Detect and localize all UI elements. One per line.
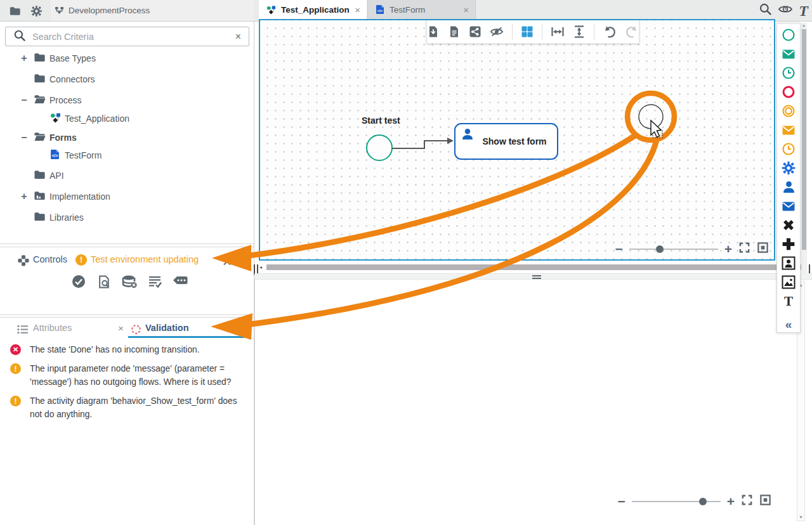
zoom-out-button[interactable]: − (615, 242, 622, 256)
document-search-button[interactable] (96, 273, 112, 290)
tags-button[interactable] (172, 273, 188, 290)
canvas-horizontal-scrollbar[interactable]: ◂ (259, 264, 806, 271)
fit-height-button[interactable] (573, 25, 586, 39)
chevron-up-icon[interactable] (223, 257, 231, 268)
zoom-slider-knob[interactable] (656, 245, 664, 253)
database-reset-button[interactable] (121, 273, 138, 290)
clear-search-icon[interactable]: × (235, 31, 241, 42)
grid-toggle-button[interactable] (521, 25, 534, 39)
log-list-button[interactable] (147, 273, 163, 290)
export-file-button[interactable] (427, 25, 440, 39)
zoom-slider[interactable] (632, 501, 721, 502)
start-event-circle-icon[interactable] (779, 25, 798, 44)
collapse-icon[interactable]: − (19, 132, 29, 143)
project-icon (55, 6, 64, 15)
tree-item-libraries[interactable]: Libraries (0, 208, 254, 227)
tree-item-base-types[interactable]: + Base Types (0, 49, 254, 68)
secondary-canvas[interactable]: − + (254, 280, 812, 525)
redo-button[interactable] (625, 25, 639, 39)
validation-message-text: The activity diagram 'behavior_Show_test… (30, 394, 239, 421)
image-icon[interactable] (779, 273, 798, 292)
tree-item-label: Connectors (49, 74, 95, 84)
horizontal-splitter[interactable] (254, 273, 812, 280)
expand-icon[interactable]: + (19, 191, 29, 202)
secondary-zoom-controls: − + (617, 494, 771, 509)
collapse-panel-icon[interactable]: « (779, 314, 798, 334)
tab-close-icon[interactable]: × (355, 5, 360, 15)
tree-item-test-application[interactable]: Test_Application (0, 109, 254, 128)
service-gear-icon[interactable] (779, 159, 798, 178)
tab-validation[interactable]: Validation (145, 323, 189, 333)
tab-attributes[interactable]: Attributes (33, 323, 72, 333)
tab-close-icon[interactable]: × (463, 5, 469, 15)
open-folder-button[interactable] (5, 3, 24, 19)
fit-width-button[interactable] (551, 25, 565, 39)
tree-item-api[interactable]: API (0, 166, 254, 185)
settings-button[interactable] (27, 3, 46, 19)
search-input[interactable] (32, 32, 235, 42)
tree-item-process[interactable]: − Process (0, 91, 254, 110)
timer-start-icon[interactable] (779, 63, 798, 82)
zoom-in-button[interactable]: + (724, 242, 732, 256)
close-controls-icon[interactable]: × (240, 253, 246, 264)
scroll-down-icon[interactable]: ▼ (799, 515, 803, 519)
validation-message-text: The input parameter node 'message' (para… (30, 362, 239, 389)
collapse-icon[interactable]: − (19, 94, 29, 106)
zoom-out-button[interactable]: − (617, 495, 625, 508)
zoom-slider-knob[interactable] (699, 498, 707, 505)
tree-item-label: API (49, 171, 64, 181)
tab-test-application[interactable]: Test_Application × (259, 0, 367, 19)
scroll-left-icon[interactable]: ◂ (259, 264, 262, 270)
sidebar: × + Base Types Connectors − Process Test… (0, 22, 254, 525)
close-attributes-icon[interactable]: × (118, 323, 124, 334)
zoom-slider[interactable] (629, 249, 718, 250)
expand-icon[interactable]: + (19, 53, 29, 64)
share-button[interactable] (469, 25, 481, 39)
intermediate-event-icon[interactable] (779, 101, 798, 120)
zoom-in-button[interactable]: + (727, 495, 735, 508)
fullscreen-button[interactable] (741, 494, 753, 509)
validation-spinner-icon (131, 324, 141, 337)
end-event-circle-icon[interactable] (779, 82, 798, 101)
validation-message-error[interactable]: ✕ The state 'Done' has no incoming trans… (10, 343, 240, 356)
text-icon[interactable]: T (779, 292, 798, 311)
attributes-list-icon (16, 324, 29, 337)
global-search-button[interactable] (759, 3, 772, 18)
message-start-icon[interactable] (779, 44, 798, 63)
tab-testform[interactable]: </> TestForm × (367, 0, 476, 19)
preview-button[interactable] (778, 3, 793, 18)
hide-button[interactable] (490, 25, 504, 39)
tree-item-testform[interactable]: </> TestForm (0, 146, 254, 165)
close-validation-icon[interactable]: × (239, 323, 244, 334)
horizontal-scroll-thumb[interactable] (266, 264, 802, 270)
fullscreen-button[interactable] (738, 242, 750, 256)
diagram-canvas[interactable]: Start test Show test form − + (259, 19, 775, 261)
close-gateway-icon[interactable] (779, 216, 798, 235)
fit-view-button[interactable] (759, 494, 771, 509)
splitter-handle[interactable] (532, 275, 541, 279)
timer-intermediate-icon[interactable] (779, 139, 798, 159)
message-intermediate-icon[interactable] (779, 120, 798, 139)
parallel-gateway-icon[interactable] (779, 235, 798, 254)
document-button[interactable] (448, 25, 461, 39)
scroll-up-icon[interactable]: ▲ (802, 23, 806, 27)
fit-view-button[interactable] (757, 242, 769, 256)
tree-item-forms[interactable]: − Forms (0, 128, 254, 147)
undo-button[interactable] (603, 25, 617, 39)
form-file-icon: </> (50, 149, 60, 162)
validate-button[interactable] (70, 273, 87, 290)
user-task-node[interactable]: Show test form (454, 123, 558, 160)
palette-scroll-thumb[interactable] (802, 29, 806, 250)
breadcrumb[interactable]: DevelopmentProcess (51, 0, 254, 21)
tree-item-label: Base Types (49, 53, 96, 63)
message-task-icon[interactable] (779, 197, 798, 216)
user-task-icon[interactable] (779, 178, 798, 197)
tree-item-connectors[interactable]: Connectors (0, 70, 254, 89)
validation-message-warning[interactable]: ! The activity diagram 'behavior_Show_te… (10, 394, 240, 421)
validation-panel: Attributes × Validation × ✕ The state 'D… (0, 317, 254, 525)
controls-panel-title: Controls (33, 254, 67, 264)
user-frame-icon[interactable] (779, 254, 798, 273)
start-event-node[interactable] (366, 134, 393, 161)
tree-item-implementation[interactable]: + Implementation (0, 187, 254, 206)
validation-message-warning[interactable]: ! The input parameter node 'message' (pa… (10, 362, 240, 389)
